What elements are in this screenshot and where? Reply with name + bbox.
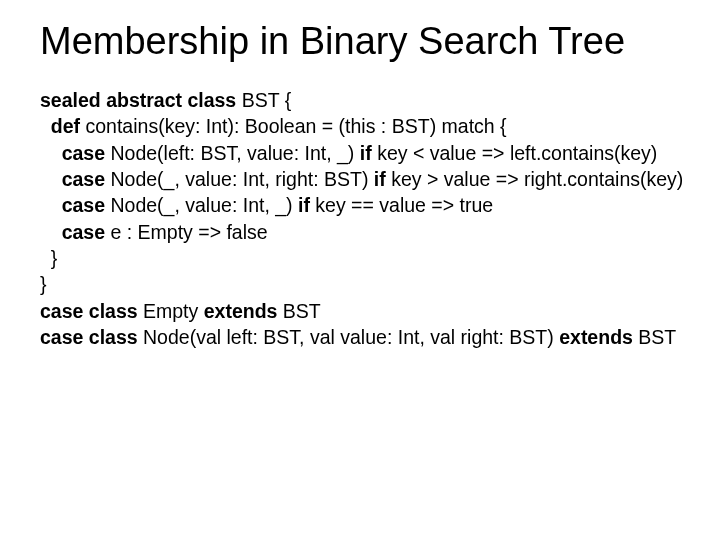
code-text: e : Empty => false [110, 221, 267, 243]
code-text: key == value => true [315, 194, 493, 216]
slide-title: Membership in Binary Search Tree [40, 20, 680, 63]
kw-if: if [360, 142, 377, 164]
kw-if: if [374, 168, 391, 190]
slide: Membership in Binary Search Tree sealed … [0, 0, 720, 540]
code-indent [40, 221, 62, 243]
kw-case: case [62, 168, 111, 190]
code-text: key > value => right.contains(key) [391, 168, 683, 190]
kw-sealed-abstract-class: sealed abstract class [40, 89, 242, 111]
code-text: key < value => left.contains(key) [377, 142, 657, 164]
kw-case: case [62, 194, 111, 216]
kw-if: if [298, 194, 315, 216]
code-text: Empty [143, 300, 204, 322]
code-text: } [51, 247, 58, 269]
code-text: BST [283, 300, 321, 322]
code-text: contains(key: Int): Boolean = (this : BS… [86, 115, 507, 137]
code-indent [40, 115, 51, 137]
code-text: Node(val left: BST, val value: Int, val … [143, 326, 559, 348]
kw-case-class: case class [40, 300, 143, 322]
code-block: sealed abstract class BST { def contains… [40, 87, 680, 350]
code-text: Node(_, value: Int, right: BST) [110, 168, 373, 190]
code-indent [40, 194, 62, 216]
code-text: BST { [242, 89, 292, 111]
code-indent [40, 247, 51, 269]
code-indent [40, 142, 62, 164]
code-text: BST [638, 326, 676, 348]
code-text: Node(left: BST, value: Int, _) [110, 142, 359, 164]
code-indent [40, 168, 62, 190]
code-text: Node(_, value: Int, _) [110, 194, 298, 216]
kw-extends: extends [559, 326, 638, 348]
kw-case: case [62, 221, 111, 243]
kw-extends: extends [204, 300, 283, 322]
kw-case-class: case class [40, 326, 143, 348]
kw-case: case [62, 142, 111, 164]
code-text: } [40, 273, 47, 295]
kw-def: def [51, 115, 86, 137]
